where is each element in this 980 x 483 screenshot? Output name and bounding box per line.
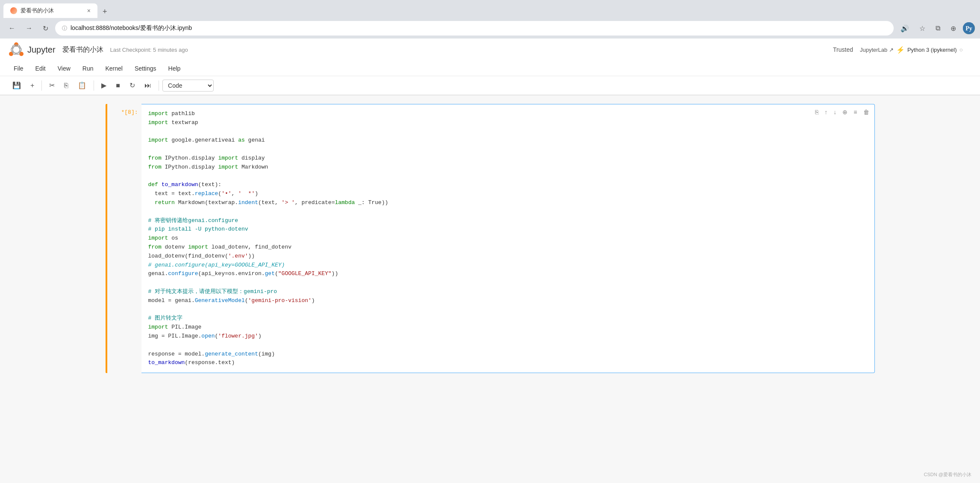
kernel-status-icon: ○: [959, 46, 963, 53]
cell-running-indicator: [106, 104, 107, 373]
tab-close-button[interactable]: ×: [87, 8, 91, 14]
new-tab-button[interactable]: +: [99, 6, 111, 18]
forward-button[interactable]: →: [22, 23, 36, 34]
copy-cell-button[interactable]: ⎘: [60, 80, 72, 92]
browser-tab-active[interactable]: 爱看书的小沐 ×: [3, 3, 97, 18]
toolbar-separator-3: [159, 80, 159, 91]
code-content[interactable]: import pathlib import textwrap import go…: [148, 110, 868, 367]
paste-cell-button[interactable]: 📋: [74, 79, 90, 92]
cell-execution-count: *[8]:: [121, 109, 138, 116]
cell-body[interactable]: ⎘ ↑ ↓ ⊕ ≡ 🗑 import pathlib import textwr…: [141, 104, 875, 373]
cell-move-up-button[interactable]: ↑: [823, 108, 829, 116]
menu-help[interactable]: Help: [163, 63, 186, 74]
cell-8: *[8]: ⎘ ↑ ↓ ⊕ ≡ 🗑 import pathlib import …: [106, 104, 875, 373]
cell-move-down-button[interactable]: ↓: [832, 108, 838, 116]
profile-button[interactable]: ⊕: [947, 23, 959, 34]
address-text: localhost:8888/notebooks/爱看书的小沐.ipynb: [71, 24, 192, 32]
kernel-indicator-icon: ⚡: [896, 46, 905, 54]
jupyter-logo-svg: [9, 42, 24, 57]
favorites-button[interactable]: ☆: [916, 23, 929, 34]
cell-type-select[interactable]: Code Markdown Raw: [162, 80, 214, 92]
jupyter-header: Jupyter 爱看书的小沐 Last Checkpoint: 5 minute…: [0, 39, 980, 95]
python-logo-icon: Py: [963, 22, 975, 34]
tab-title: 爱看书的小沐: [21, 7, 84, 15]
cell-prompt: *[8]:: [107, 104, 141, 121]
back-button[interactable]: ←: [5, 23, 19, 34]
menu-settings[interactable]: Settings: [129, 63, 162, 74]
cell-toolbar: ⎘ ↑ ↓ ⊕ ≡ 🗑: [813, 108, 871, 116]
notebook-content: *[8]: ⎘ ↑ ↓ ⊕ ≡ 🗑 import pathlib import …: [0, 95, 980, 483]
tab-favicon: [10, 7, 17, 14]
run-cell-button[interactable]: ▶: [97, 79, 110, 92]
cell-copy-button[interactable]: ⎘: [813, 108, 820, 116]
cell-add-button[interactable]: ⊕: [841, 108, 849, 116]
toolbar-separator-1: [41, 80, 42, 91]
checkpoint-info: Last Checkpoint: 5 minutes ago: [110, 47, 188, 53]
jupyterlab-link[interactable]: JupyterLab ↗: [860, 47, 894, 53]
cell-delete-button[interactable]: 🗑: [862, 108, 871, 116]
jupyter-menu-bar: File Edit View Run Kernel Settings Help: [0, 61, 980, 76]
menu-run[interactable]: Run: [77, 63, 99, 74]
address-bar[interactable]: ⓘ localhost:8888/notebooks/爱看书的小沐.ipynb: [55, 21, 894, 36]
address-bar-row: ← → ↻ ⓘ localhost:8888/notebooks/爱看书的小沐.…: [0, 18, 980, 39]
reload-button[interactable]: ↻: [39, 23, 52, 34]
cell-more-button[interactable]: ≡: [852, 108, 859, 116]
jupyter-title-bar: Jupyter 爱看书的小沐 Last Checkpoint: 5 minute…: [0, 39, 980, 61]
watermark: CSDN @爱看书的小沐: [924, 471, 971, 478]
jupyter-logo-text: Jupyter: [27, 45, 56, 55]
browser-actions: 🔊 ☆ ⧉ ⊕ Py: [897, 22, 975, 34]
add-cell-button[interactable]: +: [26, 80, 38, 92]
save-button[interactable]: 💾: [9, 79, 25, 92]
jupyter-toolbar: 💾 + ✂ ⎘ 📋 ▶ ■ ↻ ⏭ Code Markdown Raw: [0, 76, 980, 95]
address-security-icon: ⓘ: [62, 25, 67, 32]
toolbar-separator-2: [94, 80, 94, 91]
jupyter-logo: Jupyter: [9, 42, 56, 57]
restart-kernel-button[interactable]: ↻: [126, 79, 139, 92]
menu-edit[interactable]: Edit: [30, 63, 51, 74]
svg-text:Py: Py: [965, 25, 972, 32]
kernel-info: JupyterLab ↗ ⚡ Python 3 (ipykernel) ○: [860, 46, 963, 54]
trusted-badge: Trusted: [833, 46, 853, 53]
menu-view[interactable]: View: [53, 63, 76, 74]
browser-chrome: 爱看书的小沐 × + ← → ↻ ⓘ localhost:8888/notebo…: [0, 0, 980, 39]
kernel-name: Python 3 (ipykernel): [907, 47, 957, 53]
split-button[interactable]: ⧉: [932, 23, 944, 34]
read-aloud-button[interactable]: 🔊: [897, 23, 912, 34]
menu-file[interactable]: File: [9, 63, 29, 74]
cut-cell-button[interactable]: ✂: [45, 79, 59, 92]
tab-bar: 爱看书的小沐 × +: [0, 0, 980, 18]
stop-cell-button[interactable]: ■: [112, 80, 124, 92]
cell-container: *[8]: ⎘ ↑ ↓ ⊕ ≡ 🗑 import pathlib import …: [106, 104, 875, 373]
menu-kernel[interactable]: Kernel: [100, 63, 127, 74]
restart-run-all-button[interactable]: ⏭: [141, 80, 155, 92]
notebook-name[interactable]: 爱看书的小沐: [62, 45, 103, 54]
